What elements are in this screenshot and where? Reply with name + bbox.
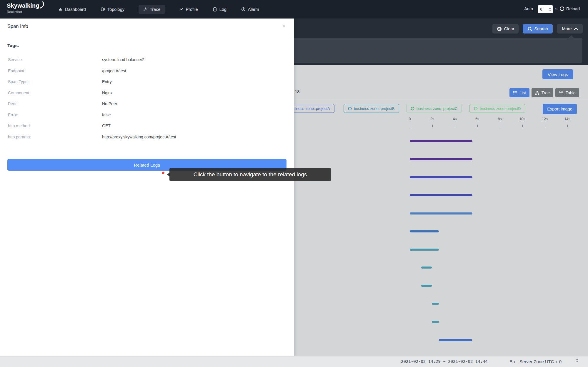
trace-span-bar[interactable]: [432, 321, 439, 323]
tag-value: /projectA/test: [102, 68, 126, 73]
tag-value: Entry: [102, 79, 112, 84]
tag-label: http.method:: [8, 123, 31, 128]
nav-item-log[interactable]: Log: [212, 5, 227, 14]
tag-label: Span Type:: [8, 79, 29, 84]
brand-subtitle: Rocketbot: [7, 10, 45, 14]
legend-pill-label: business-zone::projectB: [354, 106, 395, 111]
view-logs-button[interactable]: View Logs: [542, 69, 573, 79]
nav-item-alarm[interactable]: Alarm: [241, 5, 260, 14]
axis-tick-mark: [432, 125, 433, 127]
tag-label: Peer:: [8, 101, 18, 106]
trace-span-bar[interactable]: [439, 339, 472, 341]
auto-reload-label: Auto: [524, 6, 533, 11]
axis-tick-label: 0: [409, 117, 411, 121]
tag-row: Service:system::load balancer2: [0, 55, 294, 66]
trace-span-bar[interactable]: [410, 158, 472, 160]
tags-heading: Tags.: [7, 43, 19, 48]
circle-icon: [411, 107, 414, 110]
legend-pill[interactable]: business-zone::projectC: [406, 104, 462, 113]
axis-tick-label: 2s: [430, 117, 434, 121]
alarm-icon: [241, 7, 246, 11]
tag-value: http://proxy.skywalking.com/projectA/tes…: [102, 135, 176, 139]
stepper-down-icon[interactable]: [549, 10, 551, 11]
trace-span-bar[interactable]: [410, 212, 472, 214]
interval-unit-label: s: [555, 6, 557, 11]
nav-items: DashboardTopologyTraceProfileLogAlarm: [58, 0, 260, 19]
legend-pill-label: business-zone::projectC: [417, 106, 457, 111]
chevron-up-icon: [574, 28, 578, 30]
nav-item-label: Log: [219, 7, 226, 12]
toggle-tree[interactable]: Tree: [532, 88, 553, 97]
legend-pill[interactable]: business-zone::projectB: [344, 104, 399, 113]
trace-span-bar[interactable]: [432, 303, 439, 305]
legend-pill[interactable]: business-zone::projectD: [469, 104, 525, 113]
toggle-label: List: [519, 91, 526, 95]
axis-tick-mark: [567, 125, 568, 127]
nav-item-topology[interactable]: Topology: [100, 5, 125, 14]
tree-icon: [535, 91, 539, 95]
nav-item-trace[interactable]: Trace: [139, 5, 165, 14]
truncated-trace-text: 18: [295, 89, 300, 94]
axis-tick-label: 10s: [519, 117, 525, 121]
reload-icon[interactable]: [559, 6, 564, 11]
trace-span-bar[interactable]: [410, 194, 472, 196]
trace-span-bar[interactable]: [410, 140, 472, 142]
tag-value: GET: [102, 123, 111, 128]
axis-tick-mark: [455, 125, 455, 127]
more-label: More: [562, 26, 572, 31]
tag-row: Error:false: [0, 110, 294, 121]
tag-value: Nginx: [102, 91, 113, 95]
nav-item-label: Dashboard: [65, 7, 86, 12]
log-icon: [213, 7, 217, 11]
axis-tick-mark: [522, 125, 523, 127]
time-range-text[interactable]: 2021-02-02 14:29 ~ 2021-02-02 14:44: [401, 359, 488, 364]
axis-tick-label: 12s: [542, 117, 548, 121]
search-label: Search: [534, 26, 548, 31]
reload-button[interactable]: Reload: [566, 6, 580, 11]
zone-up-icon[interactable]: [576, 358, 578, 360]
brand-name: Skywalking: [7, 2, 39, 9]
tag-value: No Peer: [102, 101, 117, 106]
topology-icon: [101, 7, 105, 11]
clear-label: Clear: [504, 26, 514, 31]
modal-title: Span Info: [7, 24, 28, 29]
more-button[interactable]: More: [557, 24, 583, 33]
stepper-up-icon[interactable]: [549, 7, 551, 9]
trace-span-bar[interactable]: [421, 267, 432, 269]
toggle-label: Table: [566, 91, 575, 95]
trace-span-bar[interactable]: [421, 285, 432, 287]
nav-item-dashboard[interactable]: Dashboard: [58, 5, 86, 14]
tag-label: http.params:: [8, 135, 31, 139]
tag-row: http.method:GET: [0, 121, 294, 132]
brand-logo[interactable]: Skywalking Rocketbot: [7, 2, 45, 14]
tag-label: Component:: [8, 91, 30, 95]
nav-item-label: Profile: [186, 7, 198, 12]
trace-span-bar[interactable]: [410, 230, 439, 232]
toggle-label: Tree: [542, 91, 550, 95]
legend-pill-label: business-zone::projectD: [480, 106, 521, 111]
toggle-table[interactable]: Table: [555, 88, 579, 97]
trace-span-bar[interactable]: [410, 249, 439, 251]
skywalking-trace-page: { "topnav": { "brand": { "name": "Skywal…: [0, 0, 588, 367]
search-icon: [528, 27, 532, 31]
nav-item-label: Alarm: [248, 7, 259, 12]
export-image-button[interactable]: Export image: [543, 104, 577, 114]
zone-stepper[interactable]: [576, 358, 578, 362]
axis-tick-mark: [477, 125, 478, 127]
clear-button[interactable]: Clear: [492, 24, 519, 33]
nav-item-profile[interactable]: Profile: [179, 5, 199, 14]
interval-stepper[interactable]: [548, 6, 552, 12]
nav-item-label: Trace: [150, 7, 161, 12]
close-icon[interactable]: ×: [281, 21, 287, 31]
legend-pill-label: business-zone::projectA: [289, 106, 330, 111]
search-button[interactable]: Search: [523, 24, 553, 33]
language-toggle[interactable]: En: [509, 359, 515, 364]
span-info-modal: Span Info × Tags. Service:system::load b…: [0, 19, 294, 356]
toggle-list[interactable]: List: [509, 88, 529, 97]
axis-tick-label: 4s: [453, 117, 457, 121]
tag-row: Component:Nginx: [0, 88, 294, 99]
circle-icon: [474, 107, 478, 110]
trace-span-bar[interactable]: [410, 176, 472, 178]
view-mode-toggles: ListTreeTable: [509, 88, 579, 97]
zone-down-icon[interactable]: [576, 361, 578, 362]
